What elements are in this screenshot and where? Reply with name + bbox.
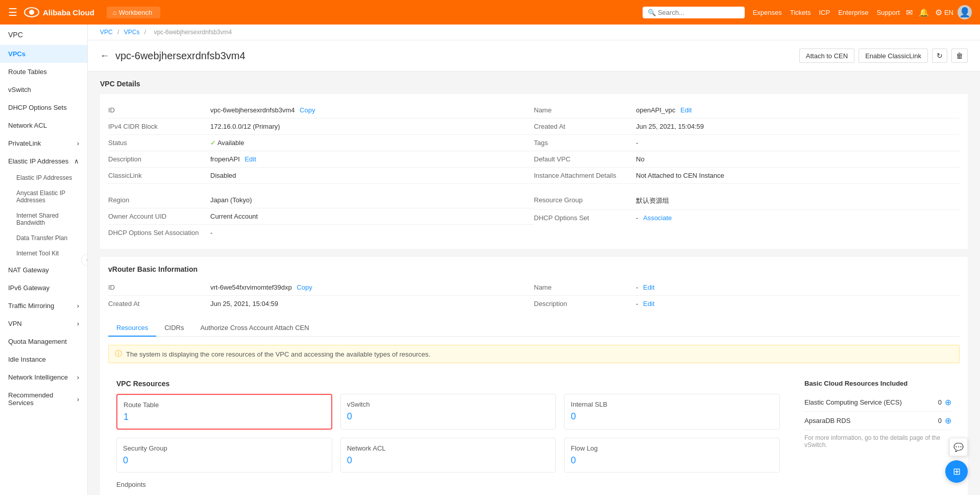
sidebar-sub-elastic-ip[interactable]: Elastic IP Addresses xyxy=(8,170,87,185)
breadcrumb: VPC / VPCs / vpc-6webjhersexrdnfsb3vm4 xyxy=(88,25,980,40)
page-header-right: Attach to CEN Enable ClassicLink ↻ 🗑 xyxy=(799,49,968,63)
edit-vrouter-name-link[interactable]: Edit xyxy=(643,284,654,291)
vpc-resources-title: VPC Resources xyxy=(116,380,780,388)
sidebar-item-elastic-ip[interactable]: Elastic IP Addresses ∧ xyxy=(0,152,87,170)
copy-id-link[interactable]: Copy xyxy=(300,106,315,114)
sidebar-item-network-intelligence[interactable]: Network Intelligence › xyxy=(0,368,87,386)
fab-button[interactable]: ⊞ xyxy=(945,460,968,483)
nav-links: Expenses Tickets ICP Enterprise Support xyxy=(753,9,900,16)
chat-button[interactable]: 💬 xyxy=(949,438,968,456)
detail-label-id: ID xyxy=(108,106,210,114)
vrouter-title: vRouter Basic Information xyxy=(108,265,960,273)
logo: Alibaba Cloud xyxy=(23,7,94,18)
tab-cidrs[interactable]: CIDRs xyxy=(156,320,192,337)
vpc-resources: VPC Resources Route Table 1 vSwitch 0 xyxy=(108,371,788,495)
tab-authorize-cross[interactable]: Authorize Cross Account Attach CEN xyxy=(192,320,317,337)
detail-row-description: Description fropenAPI Edit xyxy=(108,151,534,168)
enable-classiclink-button[interactable]: Enable ClassicLink xyxy=(859,49,928,63)
edit-name-link[interactable]: Edit xyxy=(680,106,692,114)
resource-card-internal-slb[interactable]: Internal SLB 0 xyxy=(564,394,780,430)
support-link[interactable]: Support xyxy=(876,9,900,16)
edit-vrouter-desc-link[interactable]: Edit xyxy=(643,300,654,308)
resource-card-network-acl[interactable]: Network ACL 0 xyxy=(340,438,556,473)
resource-card-label-sg: Security Group xyxy=(123,444,326,452)
detail-value-id: vpc-6webjhersexrdnfsb3vm4 Copy xyxy=(210,106,534,114)
resource-card-label-vswitch: vSwitch xyxy=(347,400,550,408)
chevron-down-icon: › xyxy=(77,320,79,327)
sidebar-item-nat-gateway[interactable]: NAT Gateway xyxy=(0,261,87,279)
tickets-link[interactable]: Tickets xyxy=(790,9,811,16)
ecs-count: 0 xyxy=(938,398,942,406)
tab-resources[interactable]: Resources xyxy=(108,320,156,337)
resource-card-flow-log[interactable]: Flow Log 0 xyxy=(564,438,780,473)
expenses-link[interactable]: Expenses xyxy=(753,9,782,16)
sidebar-item-privatelink[interactable]: PrivateLink › xyxy=(0,134,87,152)
detail-value-status: ✓ Available xyxy=(210,139,534,147)
breadcrumb-vpc[interactable]: VPC xyxy=(100,29,113,36)
sidebar-sub-internet-toolkit[interactable]: Internet Tool Kit xyxy=(8,246,87,261)
ecs-info-icon[interactable]: ⊕ xyxy=(945,397,951,407)
copy-vrouter-id-link[interactable]: Copy xyxy=(297,284,312,291)
delete-button[interactable]: 🗑 xyxy=(951,49,968,63)
icp-link[interactable]: ICP xyxy=(819,9,830,16)
resource-card-value-route-table: 1 xyxy=(124,412,325,422)
detail-row-created-at: Created At Jun 25, 2021, 15:04:59 xyxy=(534,119,960,135)
sidebar-item-vpcs[interactable]: VPCs xyxy=(0,45,87,63)
workbench-button[interactable]: ⌂ Workbench xyxy=(107,7,160,18)
vrouter-label-created: Created At xyxy=(108,300,210,308)
associate-dhcp-link[interactable]: Associate xyxy=(643,214,672,222)
sidebar-sub-internet-bandwidth[interactable]: Internet Shared Bandwidth xyxy=(8,208,87,230)
resource-card-value-sg: 0 xyxy=(123,455,326,466)
chevron-right-icon-3: › xyxy=(77,373,79,381)
settings-icon[interactable]: ⚙ xyxy=(935,8,942,17)
bell-icon[interactable]: 🔔 xyxy=(919,8,929,17)
sidebar-item-recommended[interactable]: Recommended Services › xyxy=(0,386,87,412)
resource-card-vswitch[interactable]: vSwitch 0 xyxy=(340,394,556,430)
detail-row-region: Region Japan (Tokyo) xyxy=(108,192,534,208)
detail-label-status: Status xyxy=(108,139,210,147)
sidebar-item-dhcp[interactable]: DHCP Options Sets xyxy=(0,99,87,116)
sidebar-sub-anycast[interactable]: Anycast Elastic IP Addresses xyxy=(8,185,87,208)
mail-icon[interactable]: ✉ xyxy=(906,8,913,17)
workbench-label: Workbench xyxy=(119,9,153,16)
language-selector[interactable]: EN xyxy=(944,9,953,16)
sidebar-sub-data-transfer[interactable]: Data Transfer Plan xyxy=(8,230,87,246)
resource-card-route-table[interactable]: Route Table 1 xyxy=(116,394,332,430)
warning-icon: ⓘ xyxy=(115,349,122,359)
enterprise-link[interactable]: Enterprise xyxy=(838,9,868,16)
edit-description-link[interactable]: Edit xyxy=(244,155,256,163)
resource-card-security-group[interactable]: Security Group 0 xyxy=(116,438,332,473)
resource-card-label-acl: Network ACL xyxy=(347,444,550,452)
sidebar-item-ipv6[interactable]: IPv6 Gateway xyxy=(0,279,87,297)
sidebar-item-route-tables[interactable]: Route Tables xyxy=(0,63,87,81)
sidebar-item-quota[interactable]: Quota Management xyxy=(0,333,87,350)
endpoints-section[interactable]: Endpoints xyxy=(116,477,780,492)
resource-card-value-acl: 0 xyxy=(347,455,550,466)
search-input[interactable] xyxy=(658,9,740,16)
vrouter-right: Name - Edit Description - Edit xyxy=(534,279,960,312)
back-button[interactable]: ← xyxy=(100,51,109,61)
sidebar-item-traffic-mirroring[interactable]: Traffic Mirroring › xyxy=(0,297,87,315)
chat-icon: 💬 xyxy=(953,442,964,452)
detail-value-dhcp-assoc: - xyxy=(210,229,534,237)
detail-value-instance-attach: Not Attached to CEN Instance xyxy=(636,172,960,179)
menu-icon[interactable]: ☰ xyxy=(8,6,17,18)
sidebar-item-vpc[interactable]: VPC xyxy=(0,25,87,45)
refresh-button[interactable]: ↻ xyxy=(932,49,947,63)
sidebar-item-vpn[interactable]: VPN › xyxy=(0,315,87,333)
detail-value-default-vpc: No xyxy=(636,155,960,163)
main-layout: VPC VPCs Route Tables vSwitch DHCP Optio… xyxy=(0,25,980,495)
attach-to-cen-button[interactable]: Attach to CEN xyxy=(799,49,854,63)
detail-label-dhcp-set: DHCP Options Set xyxy=(534,214,636,222)
rds-info-icon[interactable]: ⊕ xyxy=(945,416,951,426)
breadcrumb-vpcs[interactable]: VPCs xyxy=(124,29,140,36)
vpc-details-grid: ID vpc-6webjhersexrdnfsb3vm4 Copy IPv4 C… xyxy=(100,94,968,249)
main-content: VPC / VPCs / vpc-6webjhersexrdnfsb3vm4 ←… xyxy=(88,25,980,495)
page-header-left: ← vpc-6webjhersexrdnfsb3vm4 xyxy=(100,50,246,62)
resource-card-value-vswitch: 0 xyxy=(347,411,550,422)
sidebar-item-vswitch[interactable]: vSwitch xyxy=(0,81,87,99)
avatar[interactable]: 👤 xyxy=(958,5,972,19)
sidebar-item-network-acl[interactable]: Network ACL xyxy=(0,116,87,134)
sidebar-item-idle[interactable]: Idle Instance xyxy=(0,350,87,368)
sidebar-route-tables-label: Route Tables xyxy=(8,68,47,76)
